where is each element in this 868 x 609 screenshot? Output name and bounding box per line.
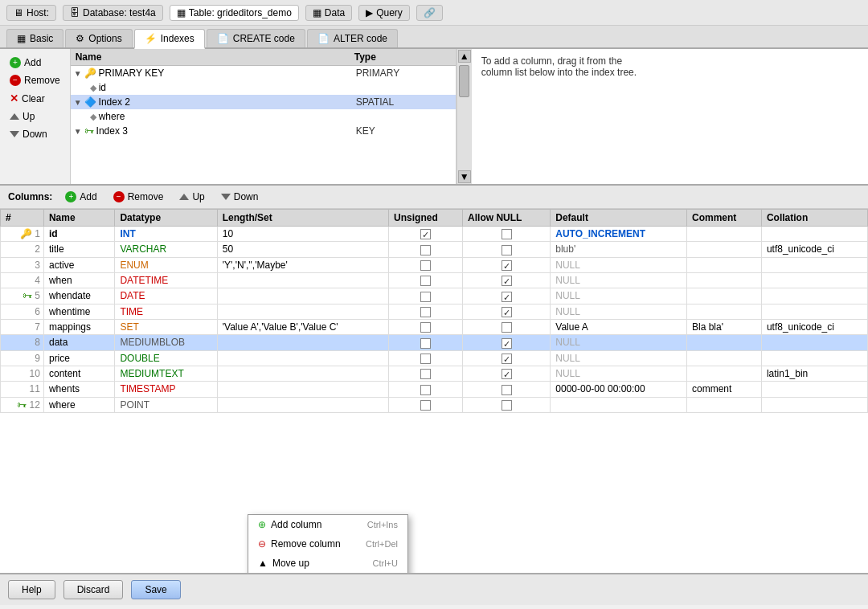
- allownull-checkbox[interactable]: [502, 400, 512, 411]
- row-unsigned[interactable]: [389, 366, 463, 381]
- allownull-checkbox[interactable]: [502, 229, 512, 239]
- row-allownull[interactable]: [463, 304, 551, 319]
- table-row[interactable]: 🔑 1 id INT 10 AUTO_INCREMENT: [1, 227, 868, 242]
- table-row[interactable]: 🗝 5 whendate DATE NULL: [1, 288, 868, 304]
- table-row[interactable]: 4 when DATETIME NULL: [1, 272, 868, 288]
- allownull-checkbox[interactable]: [502, 369, 512, 379]
- tab-basic[interactable]: ▦ Basic: [6, 29, 63, 47]
- up-column-button[interactable]: Up: [176, 190, 207, 204]
- database-tab[interactable]: 🗄 Database: test4a: [63, 5, 163, 21]
- allownull-checkbox[interactable]: [502, 260, 512, 271]
- tab-options[interactable]: ⚙ Options: [65, 29, 132, 47]
- unsigned-checkbox[interactable]: [420, 354, 431, 364]
- ctx-add-column[interactable]: ⊕ Add column Ctrl+Ins: [248, 515, 407, 534]
- row-unsigned[interactable]: [389, 397, 463, 412]
- row-unsigned[interactable]: [389, 304, 463, 319]
- row-name: whendate: [43, 288, 114, 304]
- unsigned-checkbox[interactable]: [420, 292, 431, 302]
- table-row[interactable]: 10 content MEDIUMTEXT NULL latin1_bin: [1, 366, 868, 381]
- scroll-down-button[interactable]: ▼: [458, 170, 471, 183]
- table-row[interactable]: 9 price DOUBLE NULL: [1, 350, 868, 366]
- row-unsigned[interactable]: [389, 382, 463, 397]
- tab-indexes[interactable]: ⚡ Indexes: [134, 29, 205, 49]
- row-num: 11: [1, 382, 44, 397]
- table-row[interactable]: 11 whents TIMESTAMP 0000-00-00 00:00:00 …: [1, 382, 868, 397]
- unsigned-checkbox[interactable]: [420, 229, 431, 239]
- allownull-checkbox[interactable]: [502, 385, 512, 395]
- unsigned-checkbox[interactable]: [420, 276, 431, 286]
- down-column-button[interactable]: Down: [218, 190, 262, 204]
- tree-row-index2[interactable]: ▼ 🔷 Index 2 SPATIAL: [71, 95, 456, 109]
- row-allownull[interactable]: [463, 335, 551, 350]
- index-scrollbar[interactable]: ▲ ▼: [457, 49, 471, 184]
- up-index-button[interactable]: Up: [6, 109, 63, 124]
- add-column-button[interactable]: + Add: [62, 190, 100, 204]
- remove-index-button[interactable]: − Remove: [6, 73, 63, 88]
- table-row[interactable]: 🗝 12 where POINT: [1, 397, 868, 412]
- host-tab[interactable]: 🖥 Host:: [6, 5, 56, 21]
- row-unsigned[interactable]: [389, 272, 463, 288]
- unsigned-checkbox[interactable]: [420, 260, 431, 271]
- tree-row-id[interactable]: ◆ id: [71, 80, 456, 95]
- table-row[interactable]: 7 mappings SET 'Value A','Value B','Valu…: [1, 319, 868, 334]
- add-index-button[interactable]: + Add: [6, 55, 63, 70]
- tree-row-primary[interactable]: ▼ 🔑 PRIMARY KEY PRIMARY: [71, 66, 456, 80]
- scroll-up-button[interactable]: ▲: [458, 50, 471, 63]
- allownull-checkbox[interactable]: [502, 307, 512, 317]
- extra-tab[interactable]: 🔗: [416, 5, 443, 21]
- row-unsigned[interactable]: [389, 242, 463, 257]
- table-tab[interactable]: ▦ Table: grideditors_demo: [170, 5, 299, 21]
- query-tab[interactable]: ▶ Query: [358, 5, 410, 21]
- tab-create-code[interactable]: 📄 CREATE code: [207, 29, 305, 47]
- unsigned-checkbox[interactable]: [420, 322, 431, 333]
- row-allownull[interactable]: [463, 257, 551, 272]
- ctx-move-up[interactable]: ▲ Move up Ctrl+U: [248, 554, 407, 573]
- help-button[interactable]: Help: [8, 580, 55, 599]
- row-unsigned[interactable]: [389, 288, 463, 304]
- allownull-checkbox[interactable]: [502, 292, 512, 302]
- table-row[interactable]: 8 data MEDIUMBLOB NULL: [1, 335, 868, 350]
- clear-index-button[interactable]: ✕ Clear: [6, 91, 63, 106]
- remove-column-button[interactable]: − Remove: [110, 190, 167, 204]
- row-unsigned[interactable]: [389, 319, 463, 334]
- allownull-checkbox[interactable]: [502, 322, 512, 333]
- allownull-checkbox[interactable]: [502, 276, 512, 286]
- row-unsigned[interactable]: [389, 350, 463, 366]
- scrollbar-thumb[interactable]: [459, 65, 469, 97]
- row-allownull[interactable]: [463, 366, 551, 381]
- unsigned-checkbox[interactable]: [420, 245, 431, 255]
- table-row[interactable]: 3 active ENUM 'Y','N','','Maybe' NULL: [1, 257, 868, 272]
- row-allownull[interactable]: [463, 397, 551, 412]
- unsigned-checkbox[interactable]: [420, 307, 431, 317]
- allownull-checkbox[interactable]: [502, 245, 512, 255]
- row-allownull[interactable]: [463, 350, 551, 366]
- discard-button[interactable]: Discard: [63, 580, 124, 599]
- columns-table-container[interactable]: # Name Datatype Length/Set Unsigned Allo…: [0, 209, 868, 573]
- unsigned-checkbox[interactable]: [420, 385, 431, 395]
- unsigned-checkbox[interactable]: [420, 369, 431, 379]
- row-allownull[interactable]: [463, 227, 551, 242]
- row-allownull[interactable]: [463, 242, 551, 257]
- index-tree[interactable]: Name Type ▼ 🔑 PRIMARY KEY PRIMARY ◆ id: [71, 49, 457, 184]
- table-row[interactable]: 6 whentime TIME NULL: [1, 304, 868, 319]
- row-unsigned[interactable]: [389, 227, 463, 242]
- unsigned-checkbox[interactable]: [420, 338, 431, 349]
- ctx-remove-column[interactable]: ⊖ Remove column Ctrl+Del: [248, 534, 407, 554]
- row-datatype: MEDIUMBLOB: [115, 335, 217, 350]
- row-allownull[interactable]: [463, 272, 551, 288]
- row-allownull[interactable]: [463, 382, 551, 397]
- tree-row-index3[interactable]: ▼ 🗝 Index 3 KEY: [71, 124, 456, 138]
- allownull-checkbox[interactable]: [502, 338, 512, 349]
- table-row[interactable]: 2 title VARCHAR 50 blub' utf8_unicode_ci: [1, 242, 868, 257]
- unsigned-checkbox[interactable]: [420, 400, 431, 411]
- data-tab[interactable]: ▦ Data: [305, 5, 352, 21]
- tab-alter-code[interactable]: 📄 ALTER code: [307, 29, 398, 47]
- save-button[interactable]: Save: [131, 580, 180, 599]
- tree-row-where[interactable]: ◆ where: [71, 109, 456, 124]
- allownull-checkbox[interactable]: [502, 354, 512, 364]
- down-index-button[interactable]: Down: [6, 127, 63, 141]
- row-allownull[interactable]: [463, 288, 551, 304]
- row-unsigned[interactable]: [389, 257, 463, 272]
- row-unsigned[interactable]: [389, 335, 463, 350]
- row-allownull[interactable]: [463, 319, 551, 334]
